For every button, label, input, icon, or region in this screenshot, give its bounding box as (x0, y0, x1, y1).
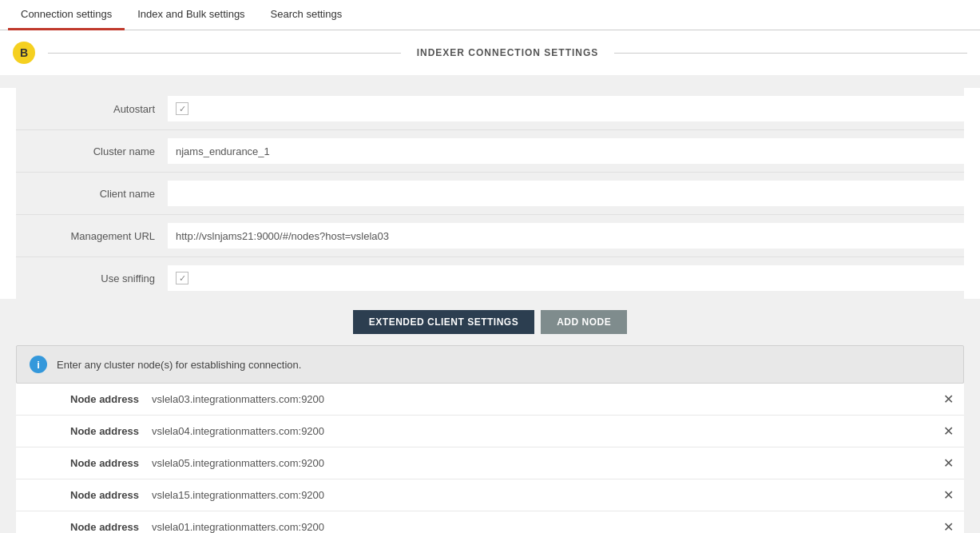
node-address-value[interactable]: vslela15.integrationmatters.com:9200 (152, 489, 932, 501)
cluster-name-row: Cluster name njams_endurance_1 (16, 130, 964, 173)
autostart-checkbox[interactable]: ✓ (176, 102, 188, 115)
node-label: Node address (16, 489, 152, 501)
node-row: Node addressvslela01.integrationmatters.… (16, 511, 964, 533)
node-label: Node address (16, 457, 152, 469)
node-row: Node addressvslela03.integrationmatters.… (16, 384, 964, 416)
use-sniffing-row: Use sniffing ✓ (16, 257, 964, 299)
node-remove-button[interactable]: ✕ (932, 519, 964, 533)
node-address-value[interactable]: vslela04.integrationmatters.com:9200 (152, 425, 932, 437)
divider-right (614, 53, 967, 54)
management-url-label: Management URL (16, 230, 168, 242)
node-remove-button[interactable]: ✕ (932, 455, 964, 471)
form-rows-inner: Autostart ✓ Cluster name njams_endurance… (16, 88, 964, 299)
cluster-name-label: Cluster name (16, 145, 168, 157)
section-badge: B (13, 42, 35, 64)
form-rows-container: Autostart ✓ Cluster name njams_endurance… (0, 88, 980, 299)
node-label: Node address (16, 393, 152, 405)
main-content: B INDEXER CONNECTION SETTINGS Autostart … (0, 30, 980, 533)
node-row: Node addressvslela15.integrationmatters.… (16, 479, 964, 511)
node-label: Node address (16, 425, 152, 437)
section-header: B INDEXER CONNECTION SETTINGS (0, 30, 980, 75)
node-row: Node addressvslela05.integrationmatters.… (16, 447, 964, 479)
node-label: Node address (16, 521, 152, 533)
info-banner: i Enter any cluster node(s) for establis… (16, 345, 964, 384)
management-url-row: Management URL http://vslnjams21:9000/#/… (16, 215, 964, 257)
use-sniffing-checkbox[interactable]: ✓ (176, 272, 188, 284)
divider-left (48, 53, 401, 54)
node-row: Node addressvslela04.integrationmatters.… (16, 416, 964, 447)
node-address-value[interactable]: vslela05.integrationmatters.com:9200 (152, 457, 932, 469)
extended-client-settings-button[interactable]: EXTENDED CLIENT SETTINGS (353, 310, 534, 334)
client-name-value[interactable] (168, 181, 964, 206)
info-icon: i (30, 356, 47, 373)
autostart-row: Autostart ✓ (16, 88, 964, 130)
cluster-name-value[interactable]: njams_endurance_1 (168, 138, 964, 164)
management-url-value[interactable]: http://vslnjams21:9000/#/nodes?host=vsle… (168, 223, 964, 249)
node-address-value[interactable]: vslela01.integrationmatters.com:9200 (152, 521, 932, 533)
use-sniffing-checkbox-container[interactable]: ✓ (168, 265, 964, 291)
tab-search[interactable]: Search settings (258, 0, 355, 30)
autostart-checkbox-container[interactable]: ✓ (168, 96, 964, 121)
tab-index-bulk[interactable]: Index and Bulk settings (125, 0, 257, 30)
buttons-row: EXTENDED CLIENT SETTINGS ADD NODE (0, 299, 980, 345)
node-list: Node addressvslela03.integrationmatters.… (16, 384, 964, 533)
section-title: INDEXER CONNECTION SETTINGS (401, 47, 615, 58)
add-node-button[interactable]: ADD NODE (541, 310, 627, 334)
autostart-label: Autostart (16, 103, 168, 115)
node-remove-button[interactable]: ✕ (932, 487, 964, 503)
node-remove-button[interactable]: ✕ (932, 424, 964, 439)
client-name-label: Client name (16, 188, 168, 200)
node-address-value[interactable]: vslela03.integrationmatters.com:9200 (152, 393, 932, 405)
use-sniffing-label: Use sniffing (16, 272, 168, 284)
form-area: Autostart ✓ Cluster name njams_endurance… (0, 75, 980, 533)
tabs-bar: Connection settings Index and Bulk setti… (0, 0, 980, 30)
node-remove-button[interactable]: ✕ (932, 392, 964, 407)
info-text: Enter any cluster node(s) for establishi… (57, 359, 301, 371)
tab-connection[interactable]: Connection settings (8, 0, 125, 30)
client-name-row: Client name (16, 173, 964, 215)
